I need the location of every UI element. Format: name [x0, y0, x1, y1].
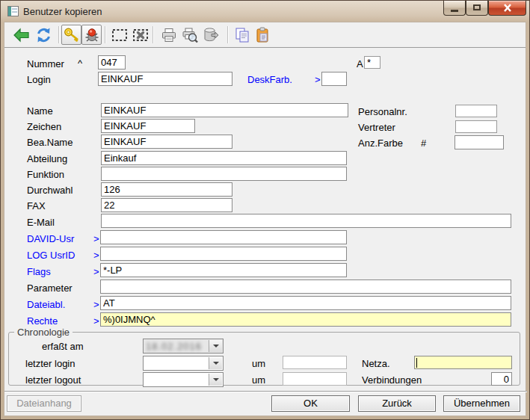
dialog-window: Benutzer kopieren [0, 0, 530, 420]
a-input[interactable] [364, 56, 380, 69]
funktion-input[interactable] [101, 167, 347, 181]
letzter-logout-dropdown-button[interactable] [209, 374, 222, 386]
vertreter-label: Vertreter [358, 122, 395, 134]
email-label: E-Mail [27, 217, 55, 229]
logout-time-input[interactable] [283, 372, 347, 386]
name-label: Name [27, 105, 53, 117]
text-cursor [416, 358, 417, 368]
abteilung-label: Abteilung [27, 153, 67, 165]
zurueck-button[interactable]: Zurück [358, 395, 436, 412]
name-input[interactable] [101, 103, 348, 117]
letzter-login-value [146, 358, 208, 369]
nummer-input[interactable] [98, 55, 126, 70]
funktion-label: Funktion [27, 169, 64, 181]
log-usrid-label[interactable]: LOG UsrID [27, 250, 75, 262]
netza-label: Netza. [362, 358, 390, 370]
login-label: Login [27, 74, 51, 86]
verbindungen-label: Verbindungen [362, 374, 422, 386]
david-usr-input[interactable] [100, 230, 347, 244]
rechte-input[interactable] [100, 312, 511, 327]
uebernehmen-button[interactable]: Übernehmen [443, 395, 520, 412]
chevron-down-icon [213, 378, 219, 381]
erfasst-am-dropdown-button[interactable] [209, 340, 222, 352]
chevron-down-icon [213, 362, 219, 365]
netza-input[interactable] [414, 356, 512, 369]
letzter-login-combo[interactable] [143, 356, 224, 371]
um-label-login: um [252, 358, 265, 370]
chevron-down-icon [213, 345, 219, 348]
parameter-label: Parameter [27, 282, 73, 294]
rechte-label[interactable]: Rechte [27, 315, 58, 327]
flags-label[interactable]: Flags [27, 266, 51, 278]
deskfarb-input[interactable] [321, 72, 347, 86]
a-label: A [357, 58, 363, 70]
anz-farbe-label: Anz.Farbe [358, 138, 403, 149]
zeichen-input[interactable] [101, 119, 195, 133]
bea-name-label: Bea.Name [27, 137, 73, 149]
letzter-login-label: letzter login [25, 358, 75, 370]
dateiabl-input[interactable] [100, 296, 511, 310]
letzter-logout-value [146, 374, 208, 386]
durchwahl-input[interactable] [101, 182, 232, 197]
client-area: Nummer ^ A Login DeskFarb. > Name Person… [4, 22, 526, 416]
um-label-logout: um [252, 374, 265, 386]
letzter-logout-label: letzter logout [25, 374, 81, 386]
david-usr-label[interactable]: DAVID-Usr [27, 233, 74, 245]
abteilung-input[interactable] [101, 151, 347, 165]
nummer-label: Nummer [27, 58, 64, 70]
flags-input[interactable] [100, 263, 347, 277]
zeichen-label: Zeichen [27, 121, 61, 133]
bea-name-input[interactable] [101, 135, 232, 149]
anz-farbe-input[interactable] [454, 135, 504, 149]
dateiabl-label[interactable]: Dateiabl. [27, 299, 65, 311]
personalnr-input[interactable] [455, 105, 497, 117]
anz-farbe-hash: # [421, 138, 426, 149]
login-time-input[interactable] [283, 356, 347, 369]
erfasst-am-combo[interactable]: 18.02.2016 [143, 339, 224, 353]
durchwahl-label: Durchwahl [27, 185, 73, 197]
chronologie-title: Chronologie [14, 327, 73, 338]
letzter-login-dropdown-button[interactable] [209, 357, 222, 369]
erfasst-am-value: 18.02.2016 [146, 341, 208, 352]
email-input[interactable] [101, 214, 511, 228]
deskfarb-label[interactable]: DeskFarb. [247, 74, 292, 86]
vertreter-input[interactable] [455, 120, 497, 133]
ok-button[interactable]: OK [271, 395, 350, 412]
fax-label: FAX [27, 200, 46, 212]
erfasst-am-label: erfaßt am [42, 341, 84, 353]
personalnr-label: Personalnr. [358, 106, 407, 118]
verbindungen-input[interactable] [491, 372, 512, 386]
parameter-input[interactable] [100, 280, 511, 294]
log-usrid-input[interactable] [100, 247, 347, 261]
letzter-logout-combo[interactable] [143, 372, 224, 387]
dateianhang-button: Dateianhang [7, 395, 81, 412]
fax-input[interactable] [101, 198, 232, 212]
footer-separator [4, 391, 527, 392]
login-input[interactable] [98, 72, 232, 86]
nummer-sort-indicator: ^ [78, 58, 82, 70]
form-area: Nummer ^ A Login DeskFarb. > Name Person… [1, 1, 530, 420]
